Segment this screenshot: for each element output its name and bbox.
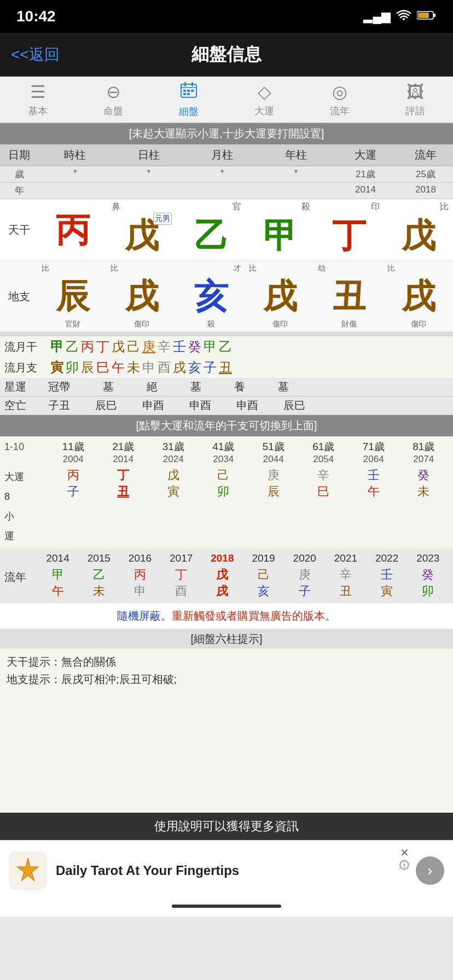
tiangan-dayun: 印 丁 (315, 199, 384, 261)
dayun-label-xiao: 小 (4, 506, 14, 526)
svg-rect-3 (418, 13, 429, 18)
ly-yr-1: 2015 (88, 552, 111, 564)
tab-basic[interactable]: ☰ 基本 (5, 81, 71, 118)
dayun-section: 1-10 11歲 21歲 31歲 41歲 51歲 61歲 71歲 81歲 200… (0, 436, 453, 549)
home-indicator (0, 900, 453, 917)
back-button[interactable]: <<返回 (11, 44, 60, 65)
xy-4: 養 (234, 380, 245, 394)
ly-col-9[interactable]: 癸 卯 (422, 567, 434, 599)
dy-zhi-0: 子 (67, 483, 79, 500)
tiangan-shizhu-char: 丙 (56, 211, 90, 249)
xipan-icon (180, 81, 198, 103)
ly-col-5[interactable]: 己 亥 (258, 567, 270, 599)
ly-col-6[interactable]: 庚 子 (299, 567, 311, 599)
svg-rect-9 (187, 90, 190, 92)
dizhi-rizhu: 比 戌 傷印 (107, 261, 176, 331)
ly-gan-4: 戊 (216, 567, 228, 583)
dizhi-label: 地支 (0, 287, 38, 306)
dy-col-3[interactable]: 己 卯 (217, 467, 229, 500)
kongwang-row: 空亡 子丑 辰巳 申酉 申酉 申酉 辰巳 (0, 396, 453, 415)
dizhi-shizhu-ann2: 官財 (38, 319, 107, 329)
fm-gan-7: 辛 (158, 338, 171, 355)
fm-gan-8: 壬 (173, 338, 186, 355)
dy-gan-4: 庚 (268, 467, 280, 483)
dy-yr-0: 2004 (63, 454, 84, 465)
dizhi-nianzhu-ann: 比 (246, 264, 315, 273)
dayun-char-cols: 丙 子 丁 丑 戊 寅 己 卯 庚 辰 辛 巳 (48, 467, 449, 500)
hints-banner: [細盤六柱提示] (0, 629, 453, 649)
tab-mingpan[interactable]: ⊖ 命盤 (80, 81, 146, 118)
xingyun-label: 星運 (4, 380, 48, 394)
xy-1: 墓 (103, 380, 114, 394)
dy-age-0: 11歲 (62, 440, 84, 454)
dizhi-shizhu-ann: 比 (38, 264, 107, 273)
fm-gan-4: 戊 (112, 338, 125, 355)
ly-yr-3: 2017 (170, 552, 193, 564)
dy-col-4[interactable]: 庚 辰 (268, 467, 280, 500)
dizhi-yuezhu-char: 亥 (194, 277, 228, 315)
liuyear-years-row: 2014 2015 2016 2017 2018 2019 2020 2021 … (4, 552, 449, 564)
ly-col-2[interactable]: 丙 申 (134, 567, 146, 599)
xingyun-vals: 冠帶 墓 絕 墓 養 墓 (48, 380, 289, 394)
ly-zhi-6: 子 (299, 583, 311, 599)
dy-age-7: 81歲 (413, 440, 434, 454)
dy-col-7[interactable]: 癸 未 (417, 467, 429, 500)
ly-col-7[interactable]: 辛 丑 (340, 567, 352, 599)
ly-gan-3: 丁 (175, 567, 187, 583)
svg-rect-7 (191, 82, 193, 86)
dizhi-rizhu-ann: 比 (107, 264, 176, 273)
dizhi-shizhu: 比 辰 官財 (38, 261, 107, 331)
col-shizhu: 時柱 (38, 147, 112, 164)
xy-3: 墓 (190, 380, 201, 394)
ad-title: Daily Tarot At Your Fingertips (56, 862, 407, 879)
ly-col-0[interactable]: 甲 午 (52, 567, 64, 599)
ad-notice: 隨機屏蔽。重新觸發或者購買無廣告的版本。 (0, 603, 453, 629)
fm-zhi-7: 酉 (158, 359, 171, 376)
tiangan-yuezhu-char: 乙 (194, 217, 228, 254)
tiangan-rizhu: 鼻 戊 元男 (107, 199, 176, 261)
col-dayun: 大運 (333, 147, 398, 164)
ly-yr-7: 2021 (334, 552, 357, 564)
ly-yr-8: 2022 (375, 552, 398, 564)
dy-col-2[interactable]: 戊 寅 (167, 467, 179, 500)
ad-info-icon[interactable]: ⓘ (399, 860, 409, 870)
dy-col-6[interactable]: 壬 午 (368, 467, 380, 500)
ad-arrow-button[interactable]: › (416, 856, 444, 885)
ly-col-3[interactable]: 丁 酉 (175, 567, 187, 599)
ad-banner[interactable]: Daily Tarot At Your Fingertips › ✕ ⓘ (0, 840, 453, 900)
ly-col-8[interactable]: 壬 寅 (381, 567, 393, 599)
ly-col-4[interactable]: 戊 戌 (216, 567, 228, 599)
dayun-ages-row: 1-10 11歲 21歲 31歲 41歲 51歲 61歲 71歲 81歲 (4, 440, 449, 454)
fm-zhi-2: 辰 (81, 359, 94, 376)
xy-2: 絕 (147, 380, 158, 394)
tab-dayun[interactable]: ◇ 大運 (231, 81, 297, 118)
tab-liuyear[interactable]: ◎ 流年 (307, 81, 373, 118)
dayun-label-main: 大運 (4, 467, 24, 487)
dizhi-nianzhu-ann2: 傷印 (246, 319, 315, 329)
ly-gan-9: 癸 (422, 567, 434, 583)
dy-age-1: 21歲 (112, 440, 134, 454)
flow-month-zhi-row: 流月支 寅 卯 辰 巳 午 未 申 酉 戌 亥 子 丑 (0, 357, 453, 378)
dy-yr-7: 2074 (413, 454, 434, 465)
click-tip: [點擊大運和流年的干支可切換到上面] (0, 415, 453, 436)
svg-rect-2 (433, 14, 435, 17)
kw-3: 申酉 (189, 398, 211, 413)
tab-xipan[interactable]: 細盤 (156, 81, 222, 118)
dy-col-1[interactable]: 丁 丑 (117, 467, 129, 500)
ly-gan-6: 庚 (299, 567, 311, 583)
dy-col-5[interactable]: 辛 巳 (317, 467, 329, 500)
dayun-icon: ◇ (258, 81, 271, 102)
ly-yr-9: 2023 (416, 552, 439, 564)
hints-content: 天干提示：無合的關係 地支提示：辰戌可相沖;辰丑可相破; (0, 649, 453, 692)
dizhi-dayun: 劫 丑 財傷 (315, 261, 384, 331)
nav-title: 細盤信息 (191, 43, 262, 67)
tiangan-rizhu-box: 元男 (153, 213, 172, 225)
liuyear-icon: ◎ (332, 81, 347, 102)
ad-close-icon[interactable]: ✕ (400, 846, 409, 859)
kw-5: 辰巳 (283, 398, 305, 413)
ly-col-1[interactable]: 乙 未 (93, 567, 105, 599)
sub-row-1: 歲 * * * * 21歲 25歲 (0, 166, 453, 183)
tiangan-hint: 天干提示：無合的關係 (7, 653, 446, 670)
status-bar: 10:42 ▂▄▆ (0, 0, 453, 33)
tab-review[interactable]: 🖼 評語 (382, 82, 448, 118)
